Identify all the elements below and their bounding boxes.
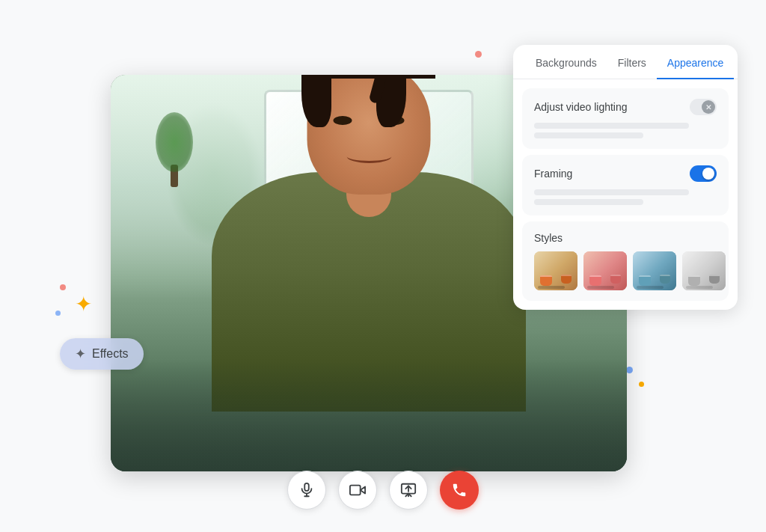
style-thumb-4[interactable]: [682, 251, 726, 290]
deco-pink-dot-top: [475, 51, 482, 58]
adjust-lighting-row: Adjust video lighting ✕: [534, 99, 717, 115]
deco-yellow-dot-right: [639, 382, 644, 387]
tab-filters[interactable]: Filters: [607, 45, 657, 79]
main-container: ✦: [0, 0, 766, 532]
tab-backgrounds[interactable]: Backgrounds: [525, 45, 607, 79]
framing-toggle[interactable]: [690, 165, 717, 182]
microphone-button[interactable]: [287, 471, 326, 510]
effects-panel: Backgrounds Filters Appearence Adjust vi…: [513, 45, 738, 310]
panel-tabs: Backgrounds Filters Appearence: [513, 45, 738, 79]
bottom-controls: [287, 471, 479, 510]
camera-button[interactable]: [338, 471, 377, 510]
framing-row: Framing: [534, 165, 717, 182]
adjust-lighting-label: Adjust video lighting: [534, 101, 628, 113]
floor-shadow: [111, 359, 627, 471]
effects-button[interactable]: ✦ Effects: [60, 338, 144, 370]
deco-blue-dot-right: [626, 367, 633, 373]
end-call-icon: [451, 482, 468, 498]
svg-rect-3: [350, 486, 361, 495]
lighting-description: [534, 123, 717, 138]
framing-toggle-knob: [702, 168, 714, 180]
share-screen-button[interactable]: [389, 471, 428, 510]
desc-line-4: [534, 199, 643, 205]
toggle-x-knob: ✕: [702, 100, 715, 114]
sparkle-gold-icon: ✦: [75, 292, 92, 317]
microphone-icon: [298, 482, 315, 498]
framing-description: [534, 189, 717, 205]
style-thumb-1[interactable]: [534, 251, 577, 290]
deco-blue-dot-left: [55, 311, 61, 316]
deco-pink-dot: [60, 284, 66, 290]
tab-appearance[interactable]: Appearence: [657, 45, 735, 79]
effects-label: Effects: [92, 347, 129, 361]
adjust-lighting-toggle[interactable]: ✕: [690, 99, 717, 115]
styles-label: Styles: [534, 232, 717, 244]
share-screen-icon: [400, 482, 417, 498]
adjust-lighting-section: Adjust video lighting ✕: [522, 88, 729, 149]
end-call-button[interactable]: [440, 471, 479, 510]
panel-content: Adjust video lighting ✕ Framing: [513, 79, 738, 310]
style-thumb-2[interactable]: [583, 251, 627, 290]
framing-section: Framing: [522, 155, 729, 215]
camera-icon: [349, 482, 366, 498]
framing-label: Framing: [534, 168, 572, 180]
style-thumb-3[interactable]: [633, 251, 676, 290]
desc-line-2: [534, 132, 643, 138]
desc-line-1: [534, 123, 689, 129]
plant-left: [156, 112, 193, 187]
desc-line-3: [534, 189, 689, 195]
svg-rect-0: [304, 483, 309, 491]
effects-sparkle-icon: ✦: [75, 346, 86, 362]
styles-section: Styles: [522, 221, 729, 301]
styles-grid: [534, 251, 717, 290]
